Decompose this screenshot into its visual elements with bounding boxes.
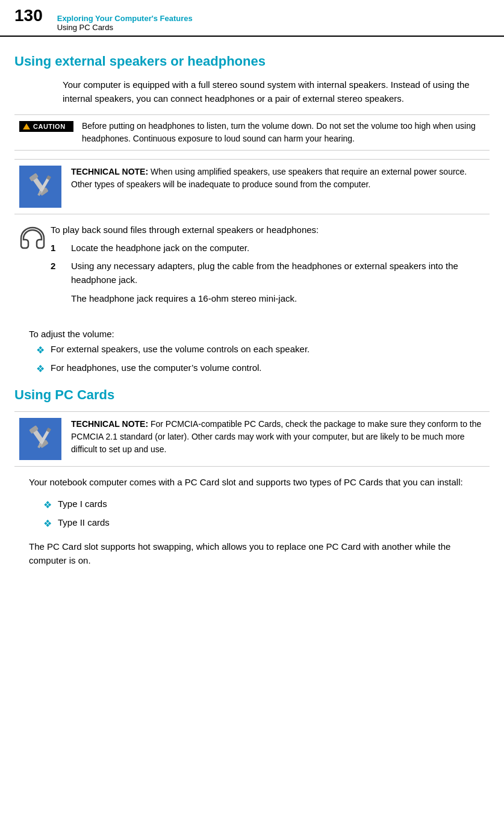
tech-note-box-1: TECHNICAL NOTE: When using amplified spe…: [14, 159, 490, 214]
volume-intro: To adjust the volume:: [29, 329, 490, 339]
caution-label: CAUTION: [33, 123, 66, 130]
pc-bullets: ❖ Type I cards ❖ Type II cards: [36, 497, 490, 531]
section1-body1: Your computer is equipped with a full st…: [63, 78, 490, 106]
wrench-icon-2: [24, 423, 57, 455]
tech-note-text-2: TECHNICAL NOTE: For PCMCIA-compatible PC…: [71, 418, 490, 456]
tech-note-icon-1: [19, 166, 61, 208]
main-content: Using external speakers or headphones Yo…: [0, 37, 504, 590]
pc-bullet-text-1: Type I cards: [58, 497, 107, 511]
step-1-text: Locate the headphone jack on the compute…: [71, 241, 490, 255]
tech-note-icon-2: [19, 418, 61, 460]
section2-body3: The PC Card slot supports hot swapping, …: [29, 540, 490, 568]
step-2-note: The headphone jack requires a 16-ohm ste…: [71, 291, 490, 305]
page-header: 130 Exploring Your Computer's Features U…: [0, 0, 504, 37]
volume-section: To adjust the volume: ❖ For external spe…: [29, 329, 490, 376]
tech-note-box-2: TECHNICAL NOTE: For PCMCIA-compatible PC…: [14, 411, 490, 467]
steps-with-icon: To play back sound files through externa…: [14, 223, 490, 323]
caution-triangle-icon: [23, 123, 30, 129]
caution-box: CAUTION Before putting on headphones to …: [14, 114, 490, 151]
bullet-item-1: ❖ For external speakers, use the volume …: [36, 343, 490, 358]
header-text: Exploring Your Computer's Features Using…: [57, 14, 193, 32]
step-1-number: 1: [51, 241, 67, 255]
section2-heading: Using PC Cards: [14, 387, 490, 403]
header-subtitle: Using PC Cards: [57, 23, 193, 32]
header-title: Exploring Your Computer's Features: [57, 14, 193, 23]
step-2-text: Using any necessary adapters, plug the c…: [71, 260, 490, 287]
steps-intro: To play back sound files through externa…: [51, 223, 490, 237]
bullet-text-2: For headphones, use the computer’s volum…: [51, 361, 261, 375]
diamond-icon-4: ❖: [43, 517, 52, 531]
section1-heading: Using external speakers or headphones: [14, 54, 490, 69]
step-1: 1 Locate the headphone jack on the compu…: [51, 241, 490, 255]
caution-badge: CAUTION: [19, 121, 73, 132]
step-2-number: 2: [51, 260, 67, 287]
tech-note-label-1: TECHNICAL NOTE:: [71, 167, 148, 176]
headphone-icon: [20, 225, 45, 254]
diamond-icon-2: ❖: [36, 362, 45, 376]
page-number: 130: [14, 6, 43, 25]
tech-note-text-1: TECHNICAL NOTE: When using amplified spe…: [71, 166, 490, 191]
diamond-icon-1: ❖: [36, 343, 45, 358]
bullet-item-2: ❖ For headphones, use the computer’s vol…: [36, 361, 490, 376]
pc-bullet-text-2: Type II cards: [58, 516, 110, 530]
pc-bullet-item-1: ❖ Type I cards: [43, 497, 490, 512]
section2-body2: Your notebook computer comes with a PC C…: [29, 475, 490, 489]
steps-list: To play back sound files through externa…: [51, 223, 490, 314]
headphone-icon-wrap: [14, 225, 51, 254]
pc-bullet-item-2: ❖ Type II cards: [43, 516, 490, 531]
diamond-icon-3: ❖: [43, 498, 52, 512]
wrench-icon: [24, 170, 57, 203]
step-2: 2 Using any necessary adapters, plug the…: [51, 260, 490, 287]
tech-note-label-2: TECHNICAL NOTE:: [71, 419, 148, 429]
caution-text: Before putting on headphones to listen, …: [82, 120, 490, 145]
caution-icon: CAUTION: [19, 121, 73, 132]
bullet-text-1: For external speakers, use the volume co…: [51, 343, 310, 356]
